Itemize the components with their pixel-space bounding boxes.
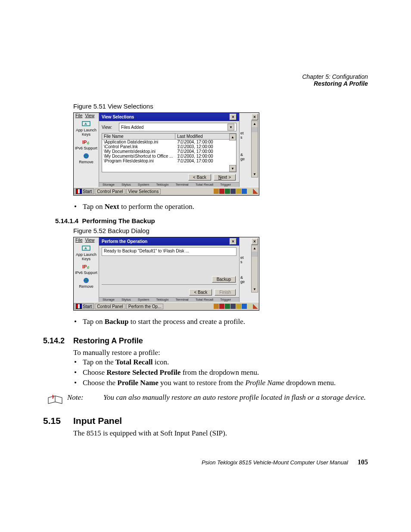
dialog-title: View Selections bbox=[102, 115, 134, 119]
scroll-down-icon[interactable]: ▼ bbox=[252, 286, 258, 292]
book-icon bbox=[47, 394, 64, 406]
bg-icon-strip: StorageStylusSystemTeklogixTerminalTotal… bbox=[99, 297, 239, 302]
tray-icon[interactable] bbox=[247, 304, 252, 309]
windows-icon bbox=[76, 304, 82, 309]
left-label-1: IPv6 Support bbox=[74, 271, 99, 275]
left-label-1: IPv6 Support bbox=[74, 146, 99, 150]
taskbar-item-view-selections[interactable]: View Selections bbox=[126, 189, 161, 194]
menu-file[interactable]: File bbox=[75, 113, 82, 118]
tray-icon[interactable] bbox=[230, 189, 236, 194]
scrollbar[interactable]: ▲▼ bbox=[251, 121, 258, 177]
chapter-line: Chapter 5: Configuration bbox=[43, 73, 368, 80]
tray-icon[interactable] bbox=[230, 304, 236, 309]
restore-step-3: Choose the Profile Name you want to rest… bbox=[83, 379, 368, 387]
dialog-main: View Selections × View: Files Added ▼ Fi… bbox=[99, 113, 239, 187]
taskbar: Start Control Panel View Selections bbox=[74, 187, 259, 195]
scroll-thumb[interactable] bbox=[252, 127, 258, 132]
view-label: View: bbox=[102, 125, 119, 130]
tray-icon[interactable] bbox=[225, 304, 230, 309]
figure-52-caption: Figure 5.52 Backup Dialog bbox=[73, 227, 368, 234]
globe-icon[interactable] bbox=[74, 152, 99, 160]
menu-view[interactable]: View bbox=[85, 113, 94, 118]
list-item[interactable]: \Application Data\desktop.ini7\1\2004, 1… bbox=[102, 140, 236, 144]
scroll-up-icon[interactable]: ▲ bbox=[252, 246, 258, 251]
keyboard-icon[interactable]: A bbox=[74, 245, 99, 252]
list-item[interactable]: \My Documents\desktop.ini7\1\2004, 17:00… bbox=[102, 149, 236, 154]
svg-point-9 bbox=[84, 278, 89, 283]
view-value: Files Added bbox=[121, 125, 143, 130]
tray-icon[interactable] bbox=[214, 189, 219, 194]
background-window: × ▲▼ et s & ge bbox=[239, 237, 259, 302]
tray-icon[interactable] bbox=[236, 189, 241, 194]
scroll-down-icon[interactable]: ▼ bbox=[252, 171, 258, 177]
tray-icon[interactable] bbox=[225, 189, 230, 194]
heading-5-14-2: 5.14.2 Restoring A Profile bbox=[43, 336, 368, 345]
dialog-title-bar: Perform the Operation × bbox=[99, 237, 239, 246]
svg-text:IP: IP bbox=[82, 264, 87, 269]
close-icon[interactable]: × bbox=[251, 114, 258, 120]
pen-icon[interactable] bbox=[253, 304, 258, 309]
view-dropdown[interactable]: Files Added ▼ bbox=[119, 123, 237, 131]
tray-icon[interactable] bbox=[219, 304, 224, 309]
scroll-up-icon[interactable]: ▲ bbox=[229, 134, 236, 140]
svg-text:A: A bbox=[84, 246, 87, 250]
menu-file[interactable]: File bbox=[75, 238, 82, 243]
system-tray bbox=[214, 189, 259, 194]
menubar: FileView bbox=[74, 113, 99, 118]
taskbar-item-control-panel[interactable]: Control Panel bbox=[95, 189, 125, 194]
ipv6-icon[interactable]: IP6 bbox=[74, 138, 99, 146]
scroll-thumb[interactable] bbox=[252, 252, 258, 257]
taskbar-item-control-panel[interactable]: Control Panel bbox=[95, 304, 125, 309]
tray-icon[interactable] bbox=[242, 304, 247, 309]
tray-icon[interactable] bbox=[242, 189, 247, 194]
left-label-2: Remove bbox=[74, 160, 99, 164]
col-filename[interactable]: File Name bbox=[102, 134, 175, 139]
note-text: You can also manually restore an auto re… bbox=[103, 393, 366, 402]
svg-text:A: A bbox=[84, 122, 87, 126]
backup-button[interactable]: Backup bbox=[212, 276, 236, 283]
scrollbar[interactable]: ▲▼ bbox=[251, 245, 258, 292]
scroll-up-icon[interactable]: ▲ bbox=[252, 121, 258, 127]
back-button[interactable]: < Back bbox=[188, 174, 211, 180]
tray-icon[interactable] bbox=[247, 189, 252, 194]
chevron-down-icon[interactable]: ▼ bbox=[227, 124, 234, 131]
page-header: Chapter 5: Configuration Restoring A Pro… bbox=[43, 73, 368, 87]
keyboard-icon[interactable]: A bbox=[74, 120, 99, 128]
figure-51-screenshot: FileView A App Launch Keys IP6 IPv6 Supp… bbox=[73, 112, 259, 196]
list-item[interactable]: \My Documents\Shortcut to Office ...1\1\… bbox=[102, 154, 236, 159]
tray-icon[interactable] bbox=[219, 189, 224, 194]
next-button[interactable]: Next > bbox=[214, 174, 236, 180]
list-item[interactable]: \Program Files\desktop.ini7\1\2004, 17:0… bbox=[102, 159, 236, 163]
footer-book-title: Psion Teklogix 8515 Vehicle-Mount Comput… bbox=[202, 459, 348, 466]
menu-view[interactable]: View bbox=[85, 238, 94, 243]
svg-text:6: 6 bbox=[87, 141, 89, 145]
dialog-main: Perform the Operation × Ready to Backup … bbox=[99, 237, 239, 302]
svg-text:6: 6 bbox=[87, 265, 89, 270]
start-button[interactable]: Start bbox=[74, 303, 94, 309]
svg-point-4 bbox=[84, 153, 89, 159]
pen-icon[interactable] bbox=[253, 189, 258, 194]
dialog-title: Perform the Operation bbox=[102, 239, 147, 244]
restore-intro: To manually restore a profile: bbox=[73, 348, 368, 358]
restore-step-1: Tap on the Total Recall icon. bbox=[83, 358, 368, 367]
heading-5-14-1-4: 5.14.1.4 Performing The Backup bbox=[55, 217, 368, 224]
tray-icon[interactable] bbox=[214, 304, 219, 309]
close-icon[interactable]: × bbox=[230, 238, 237, 245]
ipv6-icon[interactable]: IP6 bbox=[74, 263, 99, 271]
globe-icon[interactable] bbox=[74, 277, 99, 284]
left-label-2: Remove bbox=[74, 284, 99, 289]
list-item[interactable]: \Control Panel.lnk1\1\2003, 12:00:00 bbox=[102, 144, 236, 149]
close-icon[interactable]: × bbox=[251, 238, 258, 245]
scroll-down-icon[interactable]: ▼ bbox=[229, 165, 236, 172]
left-label-0: App Launch Keys bbox=[74, 128, 99, 137]
file-listbox[interactable]: File Name Last Modified \Application Dat… bbox=[102, 133, 237, 172]
taskbar-item-perform-op[interactable]: Perform the Op... bbox=[126, 304, 164, 309]
heading-5-15: 5.15 Input Panel bbox=[43, 416, 368, 426]
desktop-left-panel: FileView A App Launch Keys IP6 IPv6 Supp… bbox=[74, 113, 99, 187]
start-button[interactable]: Start bbox=[74, 188, 94, 194]
tray-icon[interactable] bbox=[236, 304, 241, 309]
close-icon[interactable]: × bbox=[230, 114, 237, 120]
finish-button: Finish bbox=[215, 289, 236, 296]
col-lastmod[interactable]: Last Modified bbox=[175, 134, 236, 139]
back-button[interactable]: < Back bbox=[189, 289, 212, 296]
